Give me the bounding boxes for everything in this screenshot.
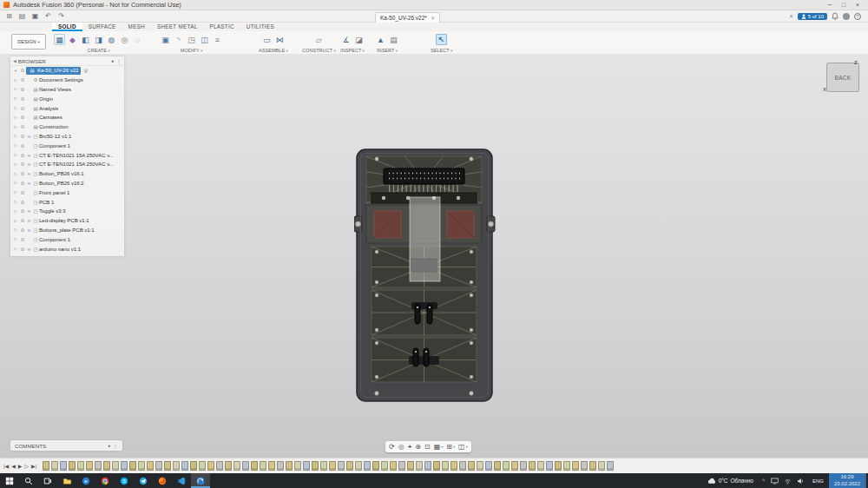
timeline-feature-icon[interactable] — [103, 461, 110, 471]
timeline-feature-icon[interactable] — [43, 461, 49, 471]
timeline-feature-icon[interactable] — [529, 461, 536, 471]
comments-dot-icon[interactable]: ● — [108, 443, 110, 448]
timeline-feature-icon[interactable] — [173, 461, 180, 471]
browser-tree-row[interactable]: ▷ ⊙ ∞ ◳ Buttons_plate PCB v1:1 — [10, 226, 124, 235]
timeline-feature-icon[interactable] — [416, 461, 423, 471]
start-button[interactable] — [0, 473, 19, 488]
expand-icon[interactable]: ▷ — [12, 209, 19, 214]
browser-dot-icon[interactable]: ● — [111, 58, 114, 63]
construct-group-label[interactable]: CONSTRUCT — [302, 48, 336, 53]
document-tab-close-icon[interactable]: × — [431, 15, 435, 21]
visibility-eye-icon[interactable]: ⊙ — [19, 237, 26, 242]
timeline-feature-icon[interactable] — [51, 461, 58, 471]
visibility-eye-icon[interactable]: ⊙ — [19, 77, 26, 82]
expand-icon[interactable]: ▾ — [12, 69, 19, 73]
expand-icon[interactable]: ▷ — [12, 172, 19, 176]
browser-tree-row[interactable]: ▷ ⊙ ∞ ◳ Front panel 1 — [10, 188, 124, 197]
taskbar-clock[interactable]: 16:29 23.02.2022 — [829, 473, 865, 488]
timeline-feature-icon[interactable] — [86, 461, 93, 471]
timeline-feature-icon[interactable] — [69, 461, 76, 471]
timeline-feature-icon[interactable] — [511, 461, 518, 471]
skype-button[interactable]: S — [115, 473, 134, 488]
browser-tree-row[interactable]: ▷ ⊙ ∞ ◳ CT E-TEN1021 15A 250VAC v... — [10, 160, 124, 169]
browser-tree-row[interactable]: ▷ ⊙ ∞ ◳ CT E-TEN1021 15A 250VAC v... — [10, 150, 124, 160]
timeline-feature-icon[interactable] — [190, 461, 197, 471]
timeline-feature-icon[interactable] — [233, 461, 240, 471]
timeline-feature-icon[interactable] — [303, 461, 310, 471]
timeline-feature-icon[interactable] — [581, 461, 588, 471]
timeline-feature-icon[interactable] — [468, 461, 475, 471]
timeline-feature-icon[interactable] — [77, 461, 84, 471]
timeline-feature-icon[interactable] — [407, 461, 414, 471]
timeline-feature-icon[interactable] — [225, 461, 232, 471]
expand-icon[interactable]: ▷ — [12, 78, 19, 82]
browser-tree-row[interactable]: ▷ ⊙ ∞ ◳ Led-display PCB v1:1 — [10, 216, 124, 226]
box-icon[interactable] — [80, 34, 91, 45]
cylinder-icon[interactable] — [93, 34, 104, 45]
tab-mesh[interactable]: MESH — [122, 23, 151, 31]
edge-button[interactable]: e — [76, 473, 95, 488]
visibility-eye-icon[interactable]: ⊙ — [19, 68, 26, 73]
browser-tree-row[interactable]: ▷ ⊙ ∞ ◳ Toggle v3:3 — [10, 207, 124, 216]
expand-icon[interactable]: ▷ — [12, 162, 19, 167]
3d-viewport[interactable]: ◀ BROWSER ● ⋮ ▾ ⊙ ▤ Ka-50_UV-26 v22 ◎ ▷ … — [0, 54, 868, 458]
timeline-feature-icon[interactable] — [503, 461, 510, 471]
timeline-feature-icon[interactable] — [181, 461, 188, 471]
visibility-eye-icon[interactable]: ⊙ — [19, 200, 26, 205]
expand-icon[interactable]: ▷ — [12, 219, 19, 223]
timeline-feature-icon[interactable] — [372, 461, 379, 471]
visibility-eye-icon[interactable]: ⊙ — [19, 208, 26, 214]
fusion360-button[interactable] — [191, 473, 210, 488]
tray-network-button[interactable] — [781, 478, 794, 485]
timeline-step-forward-icon[interactable] — [24, 463, 29, 469]
model-uv26-panel[interactable] — [354, 148, 497, 404]
comments-bar[interactable]: COMMENTS ● ⋮ — [10, 440, 122, 451]
expand-icon[interactable]: ▷ — [12, 200, 19, 204]
timeline-feature-icon[interactable] — [164, 461, 171, 471]
browser-tree-row[interactable]: ▷ ⊙ ∞ ▤ Origin — [10, 94, 124, 103]
create-group-label[interactable]: CREATE — [88, 48, 110, 53]
timeline-feature-icon[interactable] — [563, 461, 570, 471]
expand-icon[interactable]: ▷ — [12, 181, 19, 185]
maximize-button[interactable]: □ — [837, 2, 851, 8]
tray-volume-button[interactable] — [794, 478, 807, 485]
expand-icon[interactable]: ▷ — [12, 247, 19, 251]
expand-icon[interactable]: ▷ — [12, 87, 19, 91]
torus-icon[interactable] — [119, 34, 130, 45]
sphere-icon[interactable] — [106, 34, 117, 45]
visibility-eye-icon[interactable]: ⊙ — [19, 247, 26, 252]
visibility-eye-icon[interactable]: ⊙ — [19, 218, 26, 223]
timeline-feature-icon[interactable] — [216, 461, 223, 471]
timeline-feature-icon[interactable] — [442, 461, 449, 471]
timeline-feature-icon[interactable] — [485, 461, 492, 471]
timeline-feature-icon[interactable] — [355, 461, 362, 471]
coil-icon[interactable] — [132, 34, 143, 45]
shell-icon[interactable] — [186, 34, 197, 45]
fit-icon[interactable] — [424, 443, 431, 451]
visibility-eye-icon[interactable]: ⊙ — [19, 87, 26, 92]
timeline-feature-icon[interactable] — [138, 461, 145, 471]
tab-plastic[interactable]: PLASTIC — [203, 23, 240, 31]
document-tab[interactable]: Ka-50_UV-26 v22* × — [375, 12, 440, 23]
visibility-eye-icon[interactable]: ⊙ — [19, 162, 26, 167]
timeline-feature-icon[interactable] — [312, 461, 319, 471]
create-sketch-icon[interactable] — [54, 34, 65, 45]
timeline-feature-icon[interactable] — [450, 461, 457, 471]
insert-canvas-icon[interactable] — [388, 34, 399, 45]
timeline-feature-icon[interactable] — [329, 461, 336, 471]
data-panel-icon[interactable] — [3, 11, 16, 22]
browser-root-row[interactable]: ▾ ⊙ ▤ Ka-50_UV-26 v22 ◎ — [10, 66, 124, 76]
orbit-icon[interactable] — [389, 443, 395, 451]
zoom-icon[interactable] — [415, 443, 421, 451]
timeline-feature-icon[interactable] — [424, 461, 431, 471]
notification-close-icon[interactable]: × — [790, 13, 793, 19]
tab-sheet-metal[interactable]: SHEET METAL — [151, 23, 203, 31]
insert-mesh-icon[interactable] — [375, 34, 386, 45]
pan-icon[interactable] — [408, 443, 412, 451]
timeline-feature-icon[interactable] — [95, 461, 102, 471]
tab-surface[interactable]: SURFACE — [82, 23, 122, 31]
timeline-feature-icon[interactable] — [607, 461, 614, 471]
timeline-play-icon[interactable] — [18, 463, 23, 469]
browser-tree-row[interactable]: ▷ ⊙ ∞ ▤ Analysis — [10, 103, 124, 113]
visibility-eye-icon[interactable]: ⊙ — [19, 143, 26, 148]
